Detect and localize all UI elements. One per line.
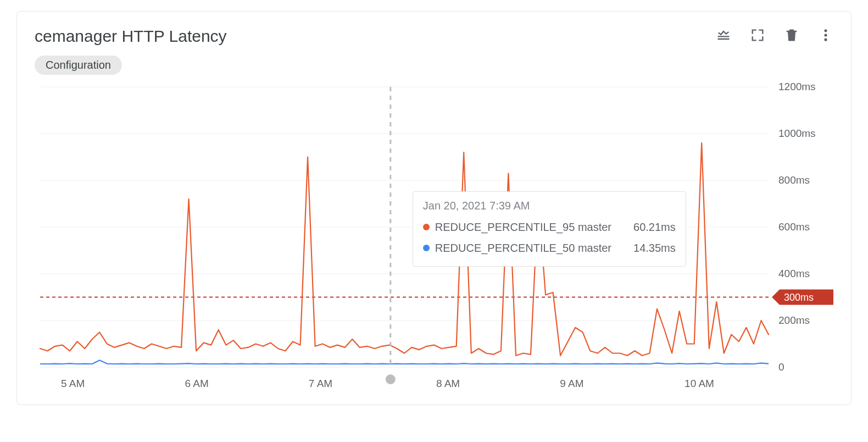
- chart-title: cemanager HTTP Latency: [35, 27, 227, 46]
- cursor-handle[interactable]: [386, 374, 396, 384]
- y-tick-label: 400ms: [778, 268, 810, 279]
- toolbar: [716, 27, 833, 45]
- dot-icon: [423, 224, 430, 230]
- more-icon[interactable]: [818, 27, 833, 45]
- x-tick-label: 5 AM: [61, 378, 85, 389]
- legend-toggle-icon[interactable]: [716, 27, 731, 45]
- y-tick-label: 600ms: [778, 221, 810, 233]
- x-tick-label: 9 AM: [560, 378, 583, 389]
- y-tick-label: 1000ms: [778, 128, 816, 139]
- configuration-chip[interactable]: Configuration: [35, 56, 122, 75]
- svg-point-2: [824, 38, 827, 41]
- fullscreen-icon[interactable]: [750, 27, 765, 45]
- card-header: cemanager HTTP Latency: [35, 27, 833, 46]
- tooltip-row-p50: REDUCE_PERCENTILE_50 master 14.35ms: [423, 237, 676, 258]
- tooltip-series-value: 60.21ms: [633, 217, 676, 237]
- y-tick-label: 1200ms: [778, 81, 816, 92]
- tooltip-row-p95: REDUCE_PERCENTILE_95 master 60.21ms: [423, 217, 676, 237]
- x-tick-label: 10 AM: [685, 378, 714, 389]
- tooltip-series-name: REDUCE_PERCENTILE_95 master: [435, 217, 628, 237]
- delete-icon[interactable]: [784, 27, 799, 45]
- tooltip-series-value: 14.35ms: [633, 237, 676, 258]
- svg-point-1: [824, 34, 827, 36]
- tooltip-series-name: REDUCE_PERCENTILE_50 master: [435, 237, 628, 258]
- tooltip-timestamp: Jan 20, 2021 7:39 AM: [423, 200, 676, 212]
- x-tick-label: 7 AM: [309, 378, 332, 389]
- chart-card: cemanager HTTP Latency Configuration 020…: [16, 11, 852, 405]
- y-tick-label: 200ms: [778, 314, 810, 326]
- y-tick-label: 800ms: [778, 174, 810, 186]
- series-p50: [40, 360, 769, 364]
- x-tick-label: 8 AM: [436, 378, 460, 389]
- threshold-label: 300ms: [784, 292, 814, 303]
- y-tick-label: 0: [778, 361, 784, 373]
- dot-icon: [423, 245, 430, 251]
- x-tick-label: 6 AM: [185, 378, 208, 389]
- latency-chart[interactable]: 0200ms400ms600ms800ms1000ms1200ms300ms5 …: [35, 81, 833, 395]
- hover-tooltip: Jan 20, 2021 7:39 AM REDUCE_PERCENTILE_9…: [413, 191, 686, 267]
- svg-point-0: [824, 29, 827, 32]
